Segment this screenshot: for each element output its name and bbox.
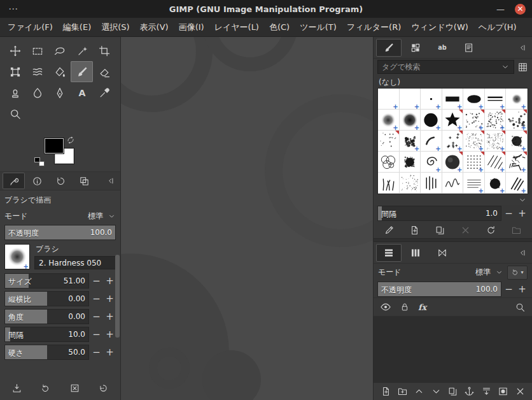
lower-layer-button[interactable] (428, 384, 444, 399)
tool-ink[interactable] (48, 82, 71, 103)
brush-cell-24[interactable]: + (421, 152, 442, 173)
brush-cell-13[interactable]: + (485, 110, 507, 131)
spacing-decrease-button[interactable]: − (90, 327, 102, 342)
delete-tool-preset-button[interactable] (67, 380, 82, 396)
aspect-ratio-decrease-button[interactable]: − (90, 291, 102, 306)
menu-filters[interactable]: フィルター(R) (342, 18, 406, 36)
tab-patterns[interactable] (403, 39, 428, 57)
anchor-layer-button[interactable] (462, 384, 477, 399)
menu-help[interactable]: ヘルプ(H) (473, 18, 522, 36)
brush-cell-16[interactable]: + (400, 131, 421, 152)
tool-warp[interactable] (26, 61, 48, 82)
dock-tab-undo-history[interactable] (50, 173, 72, 189)
layers-list[interactable] (374, 317, 532, 382)
size-decrease-button[interactable]: − (90, 273, 102, 289)
aspect-ratio-slider[interactable]: 縦横比0.00 (4, 291, 89, 306)
brush-cell-11[interactable]: + (442, 110, 464, 131)
menu-windows[interactable]: ウィンドウ(W) (406, 18, 473, 36)
brush-cell-1[interactable]: + (378, 89, 400, 110)
brush-cell-25[interactable]: + (442, 152, 464, 173)
tool-transform[interactable] (4, 61, 26, 82)
brush-cell-32[interactable] (442, 173, 464, 194)
brush-view-mode-button[interactable] (517, 62, 528, 73)
layer-mode-switch-button[interactable]: ▾ (507, 266, 528, 280)
brush-cell-5[interactable]: + (463, 89, 485, 110)
brush-spacing-decrease-button[interactable]: − (503, 206, 515, 221)
brush-spacing-slider[interactable]: 間隔1.0 (377, 206, 501, 221)
layer-search-button[interactable] (515, 302, 526, 313)
minimize-button[interactable]: — (496, 5, 505, 13)
layer-mode-dropdown[interactable]: 標準 (475, 267, 503, 278)
tag-search-input[interactable]: タグで検索 (377, 60, 514, 74)
layer-opacity-decrease-button[interactable]: − (503, 282, 515, 297)
tool-smudge[interactable] (26, 82, 48, 103)
brush-cell-27[interactable]: + (485, 152, 507, 173)
add-layer-mask-button[interactable] (496, 384, 511, 399)
menu-layer[interactable]: レイヤー(L) (209, 18, 264, 36)
new-layer-button[interactable] (378, 384, 393, 399)
visibility-toggle[interactable] (380, 301, 391, 313)
active-brush-thumbnail[interactable]: + (4, 244, 30, 269)
swap-colors-button[interactable] (66, 136, 75, 145)
window-overflow-menu-button[interactable]: ⋯ (0, 3, 27, 15)
size-increase-button[interactable]: + (104, 273, 116, 289)
dock-tab-images[interactable] (73, 173, 95, 189)
tab-paths[interactable] (430, 244, 455, 262)
tab-brushes[interactable] (376, 39, 402, 57)
aspect-ratio-increase-button[interactable]: + (104, 291, 116, 306)
tool-clone[interactable] (4, 82, 26, 103)
tool-fuzzy-select[interactable] (71, 40, 93, 61)
menu-tools[interactable]: ツール(T) (295, 18, 342, 36)
new-brush-button[interactable] (407, 222, 422, 238)
brush-cell-33[interactable]: + (463, 173, 485, 194)
left-dock-tab-menu-button[interactable] (104, 174, 118, 188)
dock-tab-tool-options[interactable] (3, 173, 25, 189)
brush-cell-29[interactable] (378, 173, 400, 194)
brush-cell-15[interactable] (378, 131, 400, 152)
menu-select[interactable]: 選択(S) (96, 18, 134, 36)
layer-opacity-slider[interactable]: 不透明度100.0 (377, 282, 501, 297)
hardness-slider[interactable]: 硬さ50.0 (4, 345, 89, 360)
angle-slider[interactable]: 角度0.00 (4, 309, 89, 324)
brush-cell-18[interactable]: + (442, 131, 464, 152)
brush-cell-3[interactable]: + (421, 89, 442, 110)
tool-bucket-fill[interactable] (48, 61, 71, 82)
tag-search-chevron[interactable] (501, 62, 510, 71)
brush-cell-30[interactable] (400, 173, 421, 194)
layer-opacity-increase-button[interactable]: + (516, 282, 528, 297)
tool-rectangle-select[interactable] (26, 40, 48, 61)
menu-image[interactable]: 画像(I) (174, 18, 209, 36)
new-layer-group-button[interactable] (395, 384, 410, 399)
brush-cell-8[interactable]: + (378, 110, 400, 131)
tab-document-history[interactable] (456, 39, 482, 57)
close-button[interactable]: ✕ (515, 4, 526, 15)
tab-layers[interactable] (376, 244, 402, 262)
reset-tool-options-button[interactable] (96, 380, 111, 396)
refresh-brushes-button[interactable] (484, 222, 499, 238)
brush-cell-22[interactable] (378, 152, 400, 173)
save-tool-preset-button[interactable] (9, 380, 24, 396)
brush-cell-6[interactable]: + (485, 89, 507, 110)
brush-cell-12[interactable]: + (463, 110, 485, 131)
canvas[interactable] (121, 37, 373, 400)
restore-tool-preset-button[interactable] (38, 380, 53, 396)
hardness-decrease-button[interactable]: − (90, 345, 102, 360)
spacing-increase-button[interactable]: + (104, 327, 116, 342)
brush-cell-26[interactable]: + (463, 152, 485, 173)
brush-cell-4[interactable]: + (442, 89, 464, 110)
brush-cell-19[interactable]: + (463, 131, 485, 152)
merge-down-button[interactable] (479, 384, 494, 399)
brush-cell-17[interactable]: + (421, 131, 442, 152)
brush-cell-14[interactable]: + (506, 110, 528, 131)
brush-cell-34[interactable]: + (485, 173, 507, 194)
brush-name-field[interactable]: 2. Hardness 050 (34, 256, 116, 269)
edit-brush-button[interactable] (381, 222, 396, 238)
brush-cell-20[interactable]: + (485, 131, 507, 152)
tool-text[interactable]: A (71, 82, 93, 103)
delete-layer-button[interactable] (512, 384, 528, 399)
tool-zoom[interactable] (4, 103, 26, 124)
brush-cell-10[interactable]: + (421, 110, 442, 131)
size-slider[interactable]: サイズ51.00 (4, 273, 89, 289)
scrollbar-thumb[interactable] (115, 255, 120, 338)
tool-eraser[interactable] (93, 61, 115, 82)
